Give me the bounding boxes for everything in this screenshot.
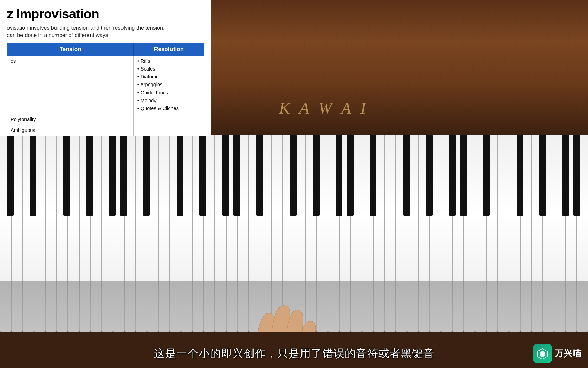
slide-subtitle-line1: ovisation involves building tension and …	[7, 25, 164, 31]
hand-svg	[231, 274, 361, 332]
resolution-cell	[134, 114, 204, 125]
tension-cell: Polytonality	[7, 114, 134, 125]
video-background: K A W A I	[0, 0, 588, 368]
piano-keys-area: .bk { fill: url(#bkgrad); rx: 4; }	[0, 135, 588, 332]
tension-cell: sing Notes (approach note/targeting)	[7, 136, 134, 136]
slide-overlay: z Improvisation ovisation involves build…	[0, 0, 211, 136]
subtitle-bar: 这是一个小的即兴创作，只是用了错误的音符或者黑键音	[0, 346, 588, 361]
resolution-cell	[134, 125, 204, 136]
wondershare-icon	[536, 347, 549, 359]
slide-subtitle-line2: can be done in a number of different way…	[7, 32, 110, 38]
hand-overlay	[231, 274, 361, 332]
slide-subtitle: ovisation involves building tension and …	[7, 24, 204, 40]
watermark-icon	[533, 344, 552, 363]
subtitle-text: 这是一个小的即兴创作，只是用了错误的音符或者黑键音	[154, 347, 435, 359]
table-row: es • Riffs • Scales • Diatonic • Arpeggi…	[7, 56, 204, 114]
resolution-cell	[134, 136, 204, 136]
resolution-cell: • Riffs • Scales • Diatonic • Arpeggios …	[134, 56, 204, 114]
table-row: Ambiguous	[7, 125, 204, 136]
table-row: Polytonality	[7, 114, 204, 125]
kawai-logo: K A W A I	[279, 99, 369, 118]
tension-cell: Ambiguous	[7, 125, 134, 136]
tension-cell: es	[7, 56, 134, 114]
watermark: 万兴喵	[533, 344, 581, 363]
table-row: sing Notes (approach note/targeting)	[7, 136, 204, 136]
slide-title: z Improvisation	[7, 7, 204, 21]
slide-table: Tension Resolution es • Riffs • Scales •…	[7, 43, 204, 136]
watermark-label: 万兴喵	[555, 348, 581, 359]
svg-marker-28	[540, 351, 545, 357]
resolution-header: Resolution	[134, 43, 204, 56]
tension-header: Tension	[7, 43, 134, 56]
